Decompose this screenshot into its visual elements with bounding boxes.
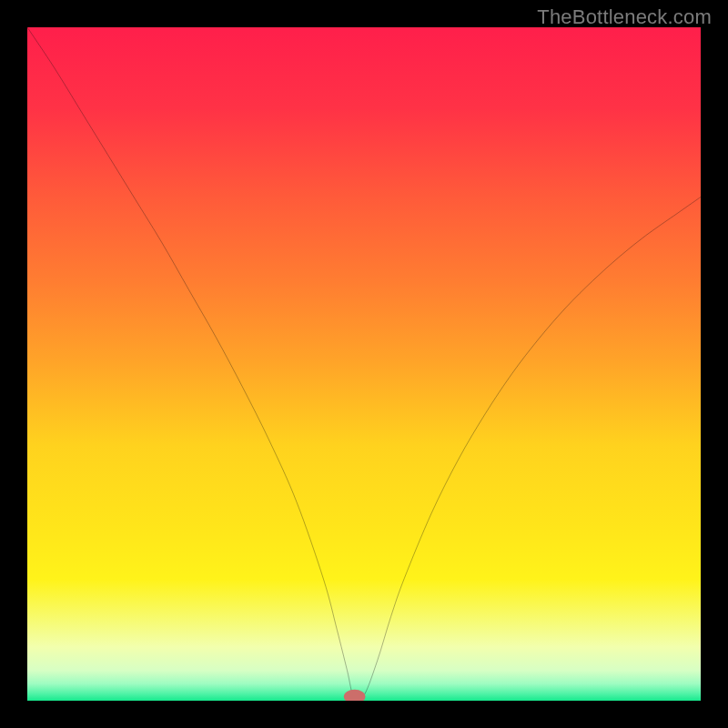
watermark-text: TheBottleneck.com <box>537 5 712 29</box>
plot-background <box>27 27 701 701</box>
chart-frame: TheBottleneck.com <box>0 0 728 728</box>
bottleneck-chart <box>27 27 701 701</box>
